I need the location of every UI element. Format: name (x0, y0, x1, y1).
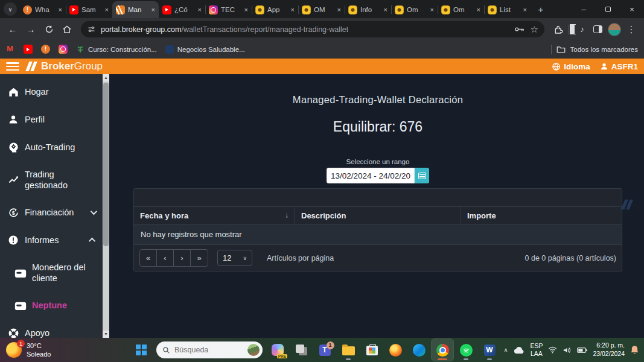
browser-tab[interactable]: OM× (298, 1, 345, 18)
bookmark-item[interactable]: Negocios Saludable... (165, 45, 245, 54)
minimize-button[interactable]: – (572, 0, 596, 18)
side-panel-button[interactable] (590, 22, 605, 37)
browser-tab[interactable]: List× (484, 1, 531, 18)
sidebar-item-neptune[interactable]: Neptune (0, 292, 103, 320)
scroll-up-arrow[interactable]: ▲ (103, 74, 109, 81)
passwords-key-icon[interactable] (514, 25, 524, 33)
wifi-icon[interactable] (548, 346, 557, 354)
last-page-button[interactable]: » (191, 250, 208, 266)
battery-icon[interactable] (577, 347, 587, 354)
profile-avatar[interactable] (608, 23, 621, 36)
browser-tab[interactable]: Om× (391, 1, 438, 18)
onedrive-icon[interactable] (513, 346, 524, 354)
language-button[interactable]: Idioma (552, 62, 590, 71)
sidebar-item-perfil[interactable]: Perfil (0, 106, 103, 133)
taskbar-search[interactable] (156, 341, 263, 358)
prev-page-button[interactable]: ‹ (157, 250, 174, 266)
browser-tab-active[interactable]: Man× (112, 1, 159, 18)
taskbar-clock[interactable]: 6:20 p. m.23/02/2024 (593, 341, 625, 358)
notification-bell-icon[interactable] (630, 345, 639, 355)
browser-tab[interactable]: App× (252, 1, 298, 18)
alert-bookmark-icon[interactable] (41, 45, 50, 54)
brand-logo[interactable]: BrokerGroup (25, 60, 103, 72)
home-button[interactable] (59, 22, 75, 37)
youtube-bookmark-icon[interactable] (24, 45, 33, 54)
volume-icon[interactable] (563, 346, 572, 354)
page-size-select[interactable]: 12 ∨ (217, 250, 252, 266)
browser-tab[interactable]: Wha× (19, 1, 66, 18)
search-input[interactable] (174, 346, 235, 354)
sidebar-item-informes[interactable]: Informes (0, 226, 103, 254)
sidebar-item-trading-gestionado[interactable]: Trading gestionado (0, 161, 103, 198)
sidebar-item-hogar[interactable]: Hogar (0, 78, 103, 106)
scrollbar-thumb[interactable] (103, 83, 109, 246)
column-header-descripcion[interactable]: Descripción (295, 207, 461, 224)
firefox-button[interactable] (384, 339, 406, 361)
first-page-button[interactable]: « (140, 250, 157, 266)
empty-row: No hay registros que mostrar (134, 224, 622, 245)
copilot-button[interactable]: PRE (267, 339, 289, 361)
tab-close-icon[interactable]: × (151, 6, 155, 13)
store-button[interactable] (361, 339, 383, 361)
file-explorer-button[interactable] (337, 339, 359, 361)
language-indicator[interactable]: ESPLAA (530, 342, 543, 358)
word-button[interactable]: W (479, 339, 500, 361)
extensions-icon[interactable] (550, 22, 566, 37)
browser-tab[interactable]: Sam× (66, 1, 112, 18)
broker-watermark-icon[interactable] (621, 198, 633, 214)
tab-close-icon[interactable]: × (523, 6, 527, 13)
sidebar-item-auto-trading[interactable]: Auto-Trading (0, 133, 103, 161)
start-button[interactable] (130, 339, 152, 361)
browser-tab[interactable]: ¿Có× (159, 1, 205, 18)
browser-tab[interactable]: Info× (345, 1, 391, 18)
sidebar-item-monedero-del-cliente[interactable]: Monedero del cliente (0, 254, 103, 291)
instagram-bookmark-icon[interactable] (59, 45, 68, 54)
tab-close-icon[interactable]: × (244, 6, 248, 13)
next-page-button[interactable]: › (174, 250, 191, 266)
minimize-icon: – (581, 5, 585, 14)
search-highlight-image[interactable] (247, 344, 260, 356)
date-range-input[interactable] (327, 168, 415, 183)
reload-button[interactable] (41, 22, 57, 37)
tab-close-icon[interactable]: × (337, 6, 341, 13)
spotify-button[interactable] (455, 339, 477, 361)
column-header-importe[interactable]: Importe (461, 207, 622, 224)
sidebar-scrollbar[interactable]: ▲ ▼ (103, 74, 109, 338)
site-info-icon[interactable] (87, 25, 96, 34)
tab-close-icon[interactable]: × (477, 6, 480, 13)
restore-button[interactable] (596, 0, 620, 18)
new-tab-button[interactable]: + (533, 1, 549, 17)
scroll-down-arrow[interactable]: ▼ (103, 331, 109, 338)
gmail-bookmark-icon[interactable] (6, 45, 15, 54)
media-controls-button[interactable]: ♪ (572, 22, 587, 37)
calendar-button[interactable] (415, 168, 429, 183)
menu-toggle-button[interactable] (6, 62, 19, 71)
edge-button[interactable] (408, 339, 430, 361)
browser-menu-button[interactable]: ⋮ (623, 22, 639, 37)
chrome-button[interactable] (432, 339, 453, 361)
back-button[interactable]: ← (5, 22, 21, 37)
tab-search-button[interactable]: ∨ (4, 2, 17, 16)
teams-button[interactable]: T1 (314, 339, 336, 361)
bookmark-star-icon[interactable]: ☆ (531, 24, 538, 35)
sidebar-item-financiacion[interactable]: $ Financiación (0, 198, 103, 226)
column-header-fecha[interactable]: Fecha y hora ↓ (134, 207, 295, 224)
hidden-icons-chevron[interactable]: ∧ (504, 347, 508, 353)
forward-button[interactable]: → (23, 22, 39, 37)
task-view-button[interactable] (290, 339, 312, 361)
tab-close-icon[interactable]: × (198, 6, 202, 13)
browser-tab[interactable]: Om× (438, 1, 484, 18)
tab-close-icon[interactable]: × (430, 6, 434, 13)
bookmark-item[interactable]: Curso: Construcción... (76, 45, 157, 54)
all-bookmarks-button[interactable]: Todos los marcadores (551, 45, 639, 54)
weather-widget[interactable]: 1 30°CSoleado (6, 341, 51, 359)
address-bar[interactable]: portal.broker-group.com/walletTransactio… (81, 21, 544, 37)
close-button[interactable]: × (620, 0, 644, 18)
tab-close-icon[interactable]: × (384, 6, 387, 13)
tab-close-icon[interactable]: × (105, 6, 109, 13)
tab-close-icon[interactable]: × (59, 6, 62, 13)
browser-tab[interactable]: TEC× (205, 1, 252, 18)
sort-desc-icon[interactable]: ↓ (285, 211, 289, 220)
tab-close-icon[interactable]: × (291, 6, 295, 13)
user-menu-button[interactable]: ASFR1 (600, 62, 638, 71)
